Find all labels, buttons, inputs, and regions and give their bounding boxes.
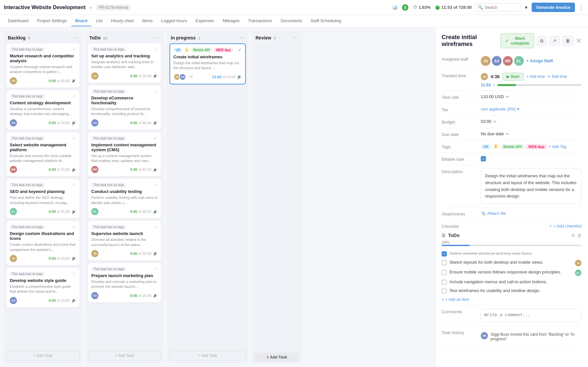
tab-staff-scheduling[interactable]: Staff Scheduling: [307, 16, 345, 26]
card-market-research[interactable]: This task has no tags ✓ Market research …: [7, 43, 80, 88]
checklist-delete-icon[interactable]: 🗑: [577, 233, 581, 238]
checklist-percent: 20%: [442, 240, 449, 245]
card-check-icon[interactable]: ✓: [154, 136, 158, 141]
card-check-icon[interactable]: ✓: [72, 47, 76, 52]
tab-project-settings[interactable]: Project Settings: [33, 16, 71, 26]
card-ecommerce[interactable]: This task has no tags ✓ Develop eCommerc…: [88, 85, 161, 130]
add-checklist-button[interactable]: + + Add checklist: [549, 224, 581, 228]
panel-header: Create initial wireframes ✓ Mark complet…: [442, 33, 581, 48]
card-launch[interactable]: This task has no tags ✓ Supervise websit…: [88, 221, 161, 260]
review-menu-icon[interactable]: ⋯: [293, 35, 298, 41]
todo-column: ToDo 10 ⋯ This task has no tags ✓ Set up…: [85, 31, 164, 363]
checklist-item-text: Define website structure and key user fl…: [449, 251, 581, 256]
checklist-checkbox[interactable]: [442, 280, 447, 285]
card-check-icon[interactable]: ✓: [238, 47, 242, 52]
tag-info: ℹ: [492, 144, 499, 149]
card-check-icon[interactable]: ✓: [154, 47, 158, 52]
copy-icon-button[interactable]: ⧉: [537, 36, 547, 46]
backlog-menu-icon[interactable]: ⋯: [73, 35, 78, 41]
due-date-edit-icon[interactable]: ✏: [506, 132, 509, 136]
card-check-icon[interactable]: ✓: [154, 266, 158, 272]
card-usability[interactable]: This task has no tags ✓ Conduct usabilit…: [88, 179, 161, 218]
card-cms[interactable]: This task has no tags ✓ Implement conten…: [88, 132, 161, 177]
card-marketing-plan[interactable]: This task has no tags ✓ Prepare launch m…: [88, 263, 161, 302]
todo-add-task-button[interactable]: + Add Task: [88, 351, 161, 360]
generate-invoice-button[interactable]: Generate Invoice: [532, 3, 575, 12]
card-illustrations[interactable]: This task has no tags ✓ Design custom il…: [7, 221, 80, 265]
add-checklist-item-button[interactable]: + + Add an item: [442, 297, 581, 302]
attach-file-button[interactable]: 📎 Attach file: [481, 211, 581, 216]
card-title: Develop website style guide: [10, 278, 76, 283]
card-check-icon[interactable]: ✓: [154, 182, 158, 187]
search-input[interactable]: [485, 5, 518, 10]
budget-label: Budget: [442, 119, 481, 125]
tab-dashboard[interactable]: Dashboard: [4, 16, 33, 26]
mark-complete-button[interactable]: ✓ Mark complete: [500, 33, 534, 48]
card-check-icon[interactable]: ✓: [72, 94, 76, 99]
search-box[interactable]: 🔍: [475, 3, 521, 11]
checklist-checkbox[interactable]: [442, 288, 447, 294]
tab-list[interactable]: List: [92, 16, 106, 26]
delete-icon-button[interactable]: 🗑: [562, 36, 573, 46]
review-title: Review: [256, 35, 271, 40]
description-row: Description Design the initial wireframe…: [442, 165, 581, 208]
comment-input[interactable]: [481, 309, 581, 322]
card-content-strategy[interactable]: This task has no tags ✓ Content strategy…: [7, 90, 80, 130]
filter-icon[interactable]: ▼: [524, 5, 528, 10]
card-footer: JD 0:00 of 20:00 🔊: [91, 250, 158, 257]
inprogress-column: In progress 1 ⋯ UX ℹ Mobile API WEB App …: [167, 31, 248, 363]
card-check-icon[interactable]: ✓: [154, 89, 158, 94]
tab-items[interactable]: Items: [139, 16, 157, 26]
billable-checkbox[interactable]: ✓: [481, 156, 486, 161]
add-tag-button[interactable]: + Add Tag: [549, 144, 566, 149]
card-check-icon[interactable]: ✓: [154, 224, 158, 229]
description-box[interactable]: Design the initial wireframes that map o…: [481, 169, 581, 204]
edit-time-link[interactable]: ✏ Edit time: [548, 74, 567, 79]
close-panel-button[interactable]: ✕: [576, 37, 581, 45]
tab-hourly-chart[interactable]: Hourly chart: [107, 16, 138, 26]
budget-edit-icon[interactable]: ✏: [493, 119, 497, 124]
card-check-icon[interactable]: ✓: [72, 136, 76, 141]
tab-transactions[interactable]: Transactions: [244, 16, 276, 26]
card-website-platform[interactable]: This task has no tags ✓ Select website m…: [7, 132, 80, 177]
card-analytics[interactable]: This task has no tags ✓ Set up analytics…: [88, 43, 161, 83]
tab-logged-hours[interactable]: Logged hours: [157, 16, 191, 26]
review-add-task-button[interactable]: + Add Task: [254, 353, 300, 362]
inprogress-menu-icon[interactable]: ⋯: [239, 35, 244, 41]
tab-expenses[interactable]: Expenses: [192, 16, 218, 26]
task-history-label: Task history: [442, 330, 481, 335]
card-check-icon[interactable]: ✓: [72, 224, 76, 229]
card-style-guide[interactable]: This task has no tags ✓ Develop website …: [7, 268, 80, 307]
checklist-checkbox[interactable]: ✓: [442, 251, 447, 257]
inprogress-add-task-button[interactable]: + Add Task: [169, 351, 246, 360]
checklist-item-text: Ensure mobile version follows responsive…: [449, 270, 572, 274]
card-wireframes[interactable]: UX ℹ Mobile API WEB App ✓ Create initial…: [169, 43, 246, 84]
card-title: Prepare launch marketing plan: [91, 273, 158, 278]
task-rate-edit-icon[interactable]: ✏: [506, 95, 509, 99]
start-timer-button[interactable]: ▶ Start: [502, 73, 524, 81]
card-desc: Develop comprehensive eCommerce function…: [91, 107, 158, 117]
card-seo[interactable]: This task has no tags ✓ SEO and keyword …: [7, 179, 80, 218]
add-time-link[interactable]: + Add time: [526, 74, 545, 79]
backlog-add-task-button[interactable]: + Add Task: [7, 351, 80, 360]
progress-bar-row: 11:53 ›: [481, 82, 581, 87]
export-icon-button[interactable]: ↗: [549, 36, 560, 46]
card-check-icon[interactable]: ✓: [72, 271, 76, 276]
card-check-icon[interactable]: ✓: [72, 182, 76, 187]
avatar: AS: [492, 56, 502, 66]
checklist-checkbox[interactable]: [442, 270, 447, 275]
tab-board[interactable]: Board: [71, 16, 92, 26]
tracked-time-value: JD 4:36 ▶ Start + Add time ✏ Edit time 1…: [481, 73, 581, 87]
checklist-checkbox[interactable]: [442, 260, 447, 265]
time-info: 11:53 of 53:00: [212, 75, 235, 79]
checklist-settings-icon[interactable]: ⚙: [571, 233, 575, 238]
tax-link[interactable]: non applicale (0%) ▾: [481, 107, 581, 111]
staff-avatars: JD AS MR KL + Assign Staff: [481, 56, 581, 66]
tab-documents[interactable]: Documents: [277, 16, 306, 26]
todo-menu-icon[interactable]: ⋯: [154, 35, 160, 41]
card-footer: JD 0:00 of 40:00 🔊: [10, 255, 76, 262]
more-icon[interactable]: ⋮: [578, 4, 584, 11]
tab-mileages[interactable]: Mileages: [219, 16, 243, 26]
star-icon[interactable]: ★: [89, 5, 93, 10]
assign-staff-button[interactable]: + Assign Staff: [526, 59, 553, 63]
